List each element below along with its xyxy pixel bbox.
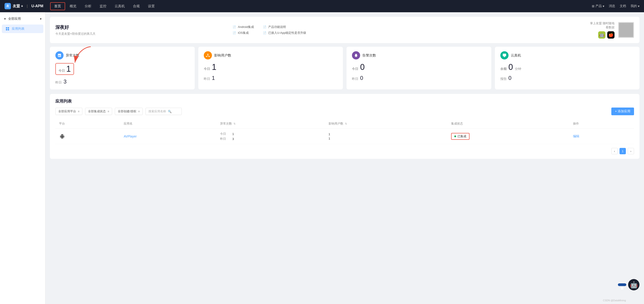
- anomaly-today: 今日 1: [55, 63, 189, 75]
- svg-rect-2: [6, 29, 7, 30]
- welcome-link-android[interactable]: 📄 Android集成: [232, 25, 254, 29]
- cloud-balance-unit: 分钟: [515, 67, 521, 71]
- logo[interactable]: 友 友盟 + | U-APM: [4, 3, 43, 9]
- users-icon: [204, 51, 212, 60]
- logo-text: 友盟 +: [13, 4, 23, 8]
- status-badge: 已集成: [451, 133, 470, 140]
- col-appname: 应用名: [120, 119, 216, 129]
- chat-label: 联系我们: [618, 283, 626, 286]
- anomaly-today-count: 1: [232, 132, 234, 136]
- add-app-button[interactable]: + 添加应用: [611, 108, 634, 115]
- nav-docs[interactable]: 文档: [620, 4, 626, 8]
- android-platform-icon: [59, 133, 65, 140]
- users-row-today: 1: [328, 132, 444, 136]
- chevron-down-icon-my: ▾: [638, 4, 640, 8]
- plus-icon: ✦: [4, 17, 6, 21]
- stats-row: 异常次数 今日 1 昨日 3: [50, 47, 640, 90]
- row-action: 编辑: [569, 129, 634, 144]
- filter-integration[interactable]: 全部集成状态 ≡: [85, 108, 112, 115]
- filter-icon-integration: ≡: [108, 110, 109, 113]
- search-icon: 🔍: [168, 110, 172, 113]
- welcome-left: 深夜好 今天是友盟+陪你度过的第几天: [55, 24, 232, 36]
- welcome-link-ios[interactable]: 📄 iOS集成: [232, 31, 254, 35]
- chat-widget[interactable]: 联系我们 🤖: [618, 279, 640, 290]
- android-badge[interactable]: 🤖: [598, 31, 606, 38]
- alerts-icon: [352, 51, 360, 60]
- next-page-btn[interactable]: ›: [628, 148, 634, 154]
- svg-rect-0: [6, 27, 7, 28]
- grid-icon-sidebar: [6, 27, 10, 31]
- app-selector[interactable]: ✦ 全部应用 ▾: [0, 15, 45, 23]
- alerts-today-label: 今日: [352, 67, 358, 71]
- chevron-down-icon: ▾: [603, 4, 604, 8]
- cloud-balance: 余额 0 分钟: [500, 63, 634, 71]
- ios-badge[interactable]: 🍎: [607, 31, 614, 38]
- stat-card-header-users: 影响用户数: [204, 51, 338, 60]
- chevron-down-icon-sidebar: ▾: [40, 17, 42, 21]
- col-action: 操作: [569, 119, 634, 129]
- users-yesterday-value: 1: [212, 75, 215, 81]
- filter-icon-platform: ≡: [78, 110, 80, 113]
- filter-icon-auth: ≡: [138, 110, 140, 113]
- anomaly-icon: [55, 51, 64, 60]
- filter-platform[interactable]: 全部应用平台 ≡: [55, 108, 82, 115]
- col-anomaly: 异常次数 ⇅: [216, 119, 325, 129]
- sidebar-item-app-list[interactable]: 应用列表: [2, 24, 43, 33]
- anomaly-today-yesterday: 今日 1 昨日 3: [220, 132, 321, 141]
- cloud-balance-value: 0: [508, 63, 513, 71]
- grid-icon: ⊞: [592, 4, 594, 8]
- nav-item-home[interactable]: 首页: [50, 2, 65, 10]
- cloud-report-label: 报告: [500, 77, 507, 81]
- chat-avatar[interactable]: 🤖: [628, 279, 640, 290]
- stat-card-cloud: 云真机 余额 0 分钟 报告 0: [495, 47, 640, 90]
- stat-card-header-anomaly: 异常次数: [55, 51, 189, 60]
- users-today-value: 1: [212, 63, 216, 71]
- nav-item-monitor[interactable]: 监控: [96, 3, 110, 10]
- svg-rect-1: [8, 27, 9, 28]
- users-title: 影响用户数: [214, 53, 231, 58]
- app-name-link[interactable]: AVPlayer: [124, 134, 136, 138]
- svg-rect-3: [8, 29, 9, 30]
- current-page-btn[interactable]: 1: [620, 148, 626, 154]
- table-header: 平台 应用名 异常次数 ⇅ 影响用户数 ⇅ 集成状态 操作: [55, 119, 634, 129]
- users-row-yesterday: 1: [328, 137, 444, 140]
- welcome-link-col-2: 📄 产品功能说明 📄 已接入U-App稳定性是否升级: [263, 25, 306, 35]
- nav-item-settings[interactable]: 设置: [144, 3, 158, 10]
- welcome-greeting: 深夜好: [55, 24, 232, 30]
- prev-page-btn[interactable]: ‹: [611, 148, 618, 154]
- users-yesterday: 昨日 1: [204, 75, 338, 81]
- anomaly-title: 异常次数: [66, 53, 80, 58]
- search-box[interactable]: 搜索应用名称 🔍: [146, 108, 182, 115]
- welcome-subtitle: 今天是友盟+陪你度过的第几天: [55, 32, 232, 36]
- nav-messages[interactable]: 消息: [609, 4, 615, 8]
- filter-auth[interactable]: 全部创建/授权 ≡: [115, 108, 143, 115]
- row-appname: AVPlayer: [120, 129, 216, 144]
- sidebar: ✦ 全部应用 ▾ 应用列表: [0, 12, 46, 304]
- doc-icon-upgrade: 📄: [263, 31, 266, 34]
- pagination: ‹ 1 ›: [55, 148, 634, 154]
- product-name: U-APM: [31, 4, 43, 8]
- nav-my[interactable]: 我的 ▾: [630, 4, 640, 8]
- nav-product[interactable]: ⊞ 产品 ▾: [592, 4, 604, 8]
- main-content: 深夜好 今天是友盟+陪你度过的第几天 📄 Android集成 📄 iOS集成: [46, 12, 644, 304]
- doc-icon-product: 📄: [263, 26, 266, 28]
- anomaly-today-label: 今日: [58, 69, 65, 73]
- edit-link[interactable]: 编辑: [573, 134, 579, 138]
- anomaly-today-box: 今日 1: [55, 63, 74, 75]
- welcome-link-product[interactable]: 📄 产品功能说明: [263, 25, 306, 29]
- nav-item-compliance[interactable]: 合规: [129, 3, 144, 10]
- alerts-yesterday-label: 昨日: [352, 77, 358, 81]
- col-status: 集成状态: [448, 119, 569, 129]
- watermark: CSDN @DataMining: [603, 299, 626, 302]
- nav-item-overview[interactable]: 概览: [66, 3, 80, 10]
- nav-item-cloud[interactable]: 云真机: [111, 3, 128, 10]
- welcome-link-upgrade[interactable]: 📄 已接入U-App稳定性是否升级: [263, 31, 306, 35]
- anomaly-yesterday: 昨日 3: [55, 78, 189, 85]
- nav-item-analysis[interactable]: 分析: [81, 3, 95, 10]
- welcome-links: 📄 Android集成 📄 iOS集成 📄 产品功能说明 📄: [232, 25, 587, 35]
- status-dot: [454, 136, 456, 137]
- app-list-title: 应用列表: [55, 98, 634, 104]
- sort-icon-anomaly: ⇅: [234, 122, 236, 125]
- app-list-section: 应用列表 全部应用平台 ≡ 全部集成状态 ≡ 全部创建/授权 ≡ 搜索应用名称 …: [50, 94, 640, 159]
- welcome-qr: 掌上友盟 随时随地看数据 🤖 🍎: [587, 21, 634, 38]
